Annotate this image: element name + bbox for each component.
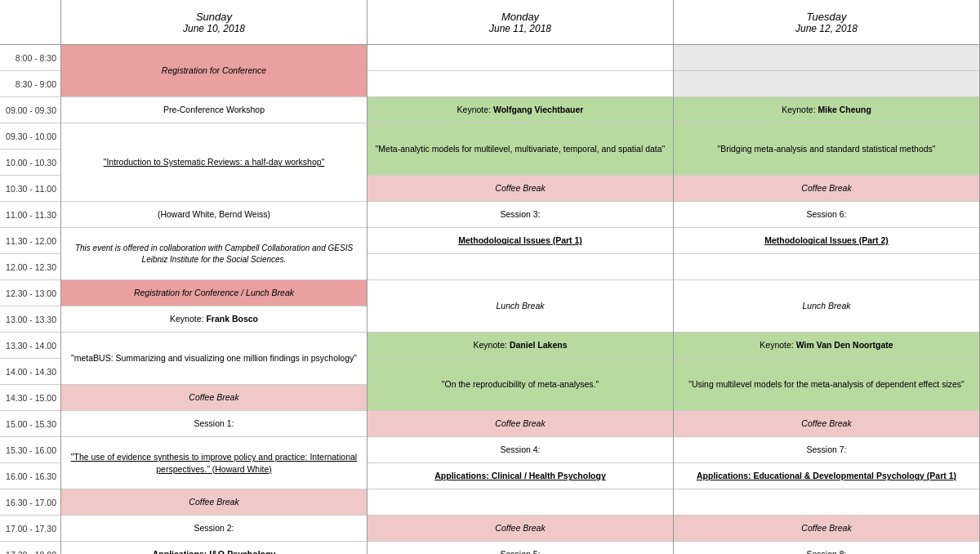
- sunday-column: Sunday June 10, 2018 Registration for Co…: [61, 0, 368, 554]
- tuesday-date: June 12, 2018: [677, 23, 976, 34]
- event-cell: Session 7:: [674, 437, 979, 463]
- time-slot: 15.30 - 16.00: [0, 437, 60, 463]
- tuesday-header: Tuesday June 12, 2018: [674, 0, 979, 45]
- event-cell: "metaBUS: Summarizing and visualizing on…: [61, 333, 367, 385]
- event-text: Registration for Conference: [162, 65, 266, 76]
- event-text: Keynote: Daniel Lakens: [474, 339, 568, 351]
- event-text: Applications: Clinical / Health Psycholo…: [434, 470, 605, 481]
- schedule-table: 8:00 - 8:308:30 - 9:0009.00 - 09.3009.30…: [0, 0, 980, 554]
- time-slot: 12.00 - 12.30: [0, 254, 60, 280]
- time-slot: 13.00 - 13.30: [0, 306, 60, 333]
- event-cell: Registration for Conference / Lunch Brea…: [61, 280, 367, 306]
- event-cell: Coffee Break: [368, 176, 673, 202]
- event-text: Session 3:: [500, 208, 540, 220]
- monday-column: Monday June 11, 2018 Keynote: Wolfgang V…: [368, 0, 674, 554]
- event-text: Coffee Break: [495, 182, 545, 194]
- event-cell: Lunch Break: [674, 280, 979, 333]
- event-cell: Coffee Break: [368, 516, 673, 542]
- time-slot: 16.30 - 17.00: [0, 489, 60, 516]
- sunday-events: Registration for ConferencePre-Conferenc…: [61, 45, 367, 554]
- event-text: Registration for Conference / Lunch Brea…: [134, 287, 294, 298]
- event-text: "metaBUS: Summarizing and visualizing on…: [71, 352, 357, 364]
- time-slot: 10.30 - 11.00: [0, 176, 60, 202]
- monday-header: Monday June 11, 2018: [368, 0, 673, 45]
- event-cell: This event is offered in collaboration w…: [61, 228, 367, 280]
- time-slot: 12.30 - 13.00: [0, 280, 60, 306]
- event-text: Keynote: Wim Van Den Noortgate: [760, 339, 893, 351]
- event-cell: Session 2:: [61, 516, 367, 542]
- event-text: "The use of evidence synthesis to improv…: [66, 451, 362, 474]
- event-text: Coffee Break: [801, 418, 851, 429]
- event-text: Coffee Break: [801, 522, 851, 534]
- time-slot: 16.00 - 16.30: [0, 463, 60, 489]
- event-cell: Applications: I&O-Psychology: [61, 542, 367, 554]
- tuesday-name: Tuesday: [677, 11, 976, 23]
- event-cell: [674, 489, 979, 516]
- event-text: Lunch Break: [803, 300, 851, 311]
- event-text: Keynote: Mike Cheung: [782, 104, 871, 115]
- event-text: (Howard White, Bernd Weiss): [158, 208, 270, 220]
- event-cell: Session 5:: [368, 542, 673, 554]
- event-text: "Meta-analytic models for multilevel, mu…: [376, 143, 666, 154]
- event-text: This event is offered in collaboration w…: [66, 243, 362, 265]
- event-cell: Keynote: Wim Van Den Noortgate: [674, 333, 979, 359]
- event-cell: [368, 489, 673, 516]
- event-text: Session 4:: [500, 444, 540, 455]
- event-text: Coffee Break: [801, 182, 851, 194]
- event-text: Coffee Break: [189, 391, 238, 403]
- time-slot: 14.00 - 14.30: [0, 359, 60, 385]
- tuesday-column: Tuesday June 12, 2018 Keynote: Mike Cheu…: [674, 0, 980, 554]
- time-slot: 15.00 - 15.30: [0, 411, 60, 437]
- event-cell: [674, 254, 979, 280]
- event-cell: [368, 45, 673, 71]
- event-cell: Applications: Educational & Developmenta…: [674, 463, 979, 489]
- time-slot: 10.00 - 10.30: [0, 150, 60, 176]
- sunday-name: Sunday: [65, 11, 363, 23]
- event-cell: "Introduction to Systematic Reviews: a h…: [61, 123, 367, 202]
- event-cell: Keynote: Wolfgang Viechtbauer: [368, 97, 673, 123]
- event-cell: "Bridging meta-analysis and standard sta…: [674, 123, 979, 176]
- sunday-header: Sunday June 10, 2018: [61, 0, 367, 45]
- event-text: Keynote: Frank Bosco: [170, 313, 258, 324]
- event-cell: Keynote: Mike Cheung: [674, 97, 979, 123]
- time-slot: 09.30 - 10.00: [0, 123, 60, 150]
- event-text: Coffee Break: [495, 418, 545, 429]
- event-text: Session 8:: [806, 548, 846, 554]
- event-cell: Keynote: Frank Bosco: [61, 306, 367, 333]
- event-text: "Introduction to Systematic Reviews: a h…: [104, 156, 325, 168]
- event-cell: "Using multilevel models for the meta-an…: [674, 359, 979, 411]
- event-cell: Methodological Issues (Part 2): [674, 228, 979, 254]
- event-cell: Coffee Break: [61, 489, 367, 516]
- event-cell: Session 3:: [368, 202, 673, 228]
- time-slot: 17.30 - 18.00: [0, 542, 60, 554]
- event-text: Applications: I&O-Psychology: [153, 548, 276, 554]
- event-cell: "On the reproducibility of meta-analyses…: [368, 359, 673, 411]
- event-cell: [674, 71, 979, 97]
- time-slot: 8:30 - 9:00: [0, 71, 60, 97]
- event-text: Coffee Break: [495, 522, 545, 534]
- event-text: Lunch Break: [497, 300, 545, 311]
- event-cell: Applications: Clinical / Health Psycholo…: [368, 463, 673, 489]
- event-text: Session 1:: [194, 418, 234, 429]
- event-text: Methodological Issues (Part 2): [764, 235, 889, 246]
- event-cell: Methodological Issues (Part 1): [368, 228, 673, 254]
- event-text: Session 7:: [806, 444, 846, 455]
- time-slot: 11.30 - 12.00: [0, 228, 60, 254]
- event-cell: Session 8:: [674, 542, 979, 554]
- time-slots: 8:00 - 8:308:30 - 9:0009.00 - 09.3009.30…: [0, 45, 60, 554]
- event-cell: Registration for Conference: [61, 45, 367, 97]
- time-header: [0, 0, 60, 45]
- event-text: Methodological Issues (Part 1): [458, 235, 582, 246]
- event-cell: Coffee Break: [674, 516, 979, 542]
- time-column: 8:00 - 8:308:30 - 9:0009.00 - 09.3009.30…: [0, 0, 61, 554]
- event-text: Applications: Educational & Developmenta…: [697, 470, 956, 481]
- time-slot: 14.30 - 15.00: [0, 385, 60, 411]
- event-cell: Pre-Conference Workshop: [61, 97, 367, 123]
- event-text: "Using multilevel models for the meta-an…: [688, 378, 964, 390]
- sunday-date: June 10, 2018: [65, 23, 363, 34]
- event-text: Pre-Conference Workshop: [163, 104, 265, 115]
- monday-date: June 11, 2018: [371, 23, 670, 34]
- event-text: Session 2:: [194, 522, 234, 534]
- event-text: "On the reproducibility of meta-analyses…: [442, 378, 599, 390]
- event-cell: Session 6:: [674, 202, 979, 228]
